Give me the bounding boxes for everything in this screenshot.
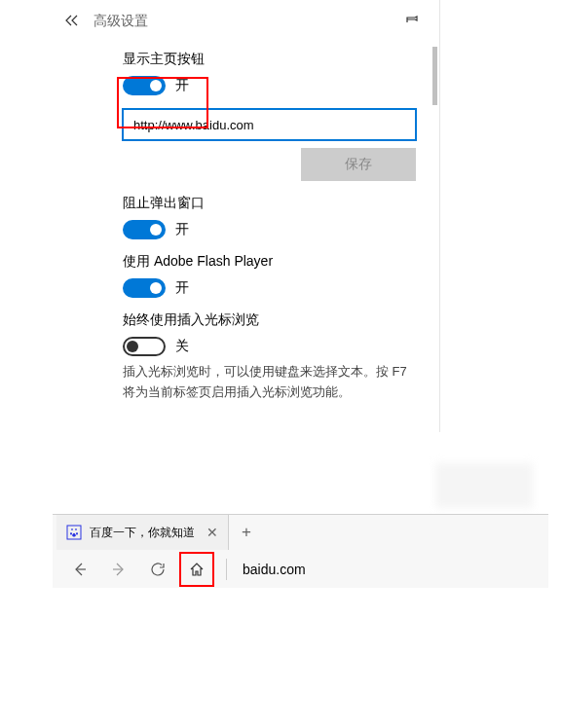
tab-strip: 百度一下，你就知道 ✕ + (53, 515, 548, 550)
forward-button[interactable] (101, 552, 136, 587)
block-popups-state: 开 (175, 221, 189, 238)
scrollbar-thumb[interactable] (432, 47, 437, 105)
caret-browsing-toggle[interactable] (123, 337, 166, 356)
show-home-button-toggle-row: 开 (123, 76, 416, 95)
home-url-input[interactable] (123, 109, 416, 140)
caret-browsing-state: 关 (175, 338, 189, 355)
new-tab-button[interactable]: + (229, 515, 264, 550)
block-popups-toggle-row: 开 (123, 220, 416, 239)
block-popups-section: 阻止弹出窗口 开 (53, 195, 439, 253)
home-url-section: 保存 (53, 109, 439, 195)
flash-toggle-row: 开 (123, 278, 416, 298)
panel-scroll-area: 显示主页按钮 开 保存 阻止弹出窗口 开 使用 Adobe Flash Play… (53, 43, 439, 432)
pin-icon[interactable] (404, 13, 420, 31)
flash-state: 开 (175, 279, 189, 297)
caret-browsing-help-text: 插入光标浏览时，可以使用键盘来选择文本。按 F7 将为当前标签页启用插入光标浏览… (123, 362, 416, 403)
advanced-settings-panel: 高级设置 显示主页按钮 开 保存 阻止弹出窗口 开 (53, 0, 440, 432)
save-button[interactable]: 保存 (301, 148, 416, 181)
flash-section: 使用 Adobe Flash Player 开 (53, 253, 439, 311)
panel-title: 高级设置 (94, 13, 404, 30)
tab-close-icon[interactable]: ✕ (206, 525, 218, 540)
browser-tab[interactable]: 百度一下，你就知道 ✕ (56, 515, 229, 550)
block-popups-toggle[interactable] (123, 220, 166, 239)
address-bar-text[interactable]: baidu.com (239, 562, 306, 577)
home-button[interactable] (179, 552, 214, 587)
svg-rect-0 (67, 526, 81, 539)
browser-chrome: 百度一下，你就知道 ✕ + baidu.com (53, 514, 548, 588)
show-home-button-state: 开 (175, 77, 189, 94)
back-button[interactable] (62, 552, 97, 587)
panel-header: 高级设置 (53, 0, 439, 43)
flash-toggle[interactable] (123, 278, 166, 298)
caret-browsing-label: 始终使用插入光标浏览 (123, 311, 416, 329)
refresh-button[interactable] (140, 552, 175, 587)
show-home-button-label: 显示主页按钮 (123, 51, 416, 68)
blurred-region (435, 463, 533, 508)
address-separator (226, 559, 227, 580)
block-popups-label: 阻止弹出窗口 (123, 195, 416, 212)
caret-browsing-toggle-row: 关 (123, 337, 416, 356)
show-home-button-section: 显示主页按钮 开 (53, 51, 439, 109)
baidu-favicon-icon (66, 525, 82, 540)
caret-browsing-section: 始终使用插入光标浏览 关 插入光标浏览时，可以使用键盘来选择文本。按 F7 将为… (53, 311, 439, 417)
tab-title: 百度一下，你就知道 (90, 525, 195, 541)
nav-row: baidu.com (53, 550, 548, 589)
back-chevron-icon[interactable] (64, 14, 80, 29)
show-home-button-toggle[interactable] (123, 76, 166, 95)
flash-label: 使用 Adobe Flash Player (123, 253, 416, 271)
